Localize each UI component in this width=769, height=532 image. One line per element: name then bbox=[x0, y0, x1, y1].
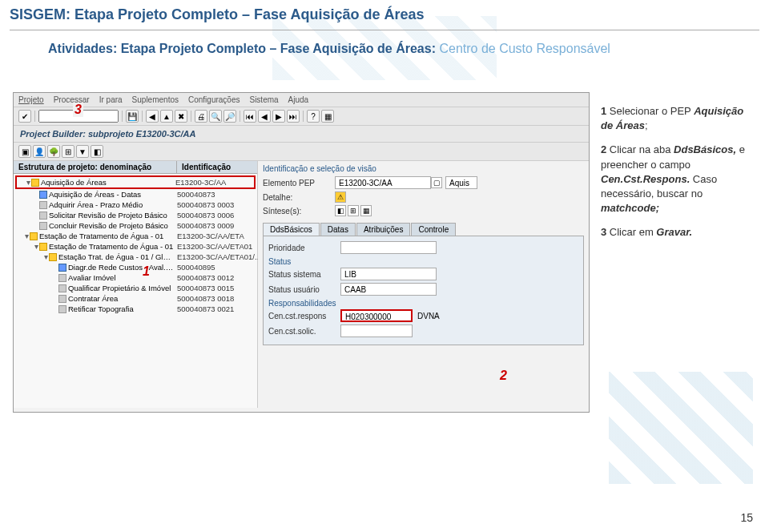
menu-item[interactable]: Ajuda bbox=[288, 95, 309, 104]
tree-node[interactable]: Qualificar Propietário & Imóvel500040873… bbox=[15, 283, 256, 293]
expand-icon[interactable]: ▣ bbox=[18, 145, 31, 158]
tree-node[interactable]: ▾Estação de Tratamento de Água - 01E1320… bbox=[15, 231, 256, 241]
tree-header-col2: Identificação bbox=[177, 161, 257, 173]
menu-item[interactable]: Processar bbox=[54, 95, 90, 104]
cen-solic-input[interactable] bbox=[340, 324, 413, 337]
next-icon[interactable]: ▶ bbox=[272, 110, 285, 123]
callout-3: 3 bbox=[73, 103, 83, 117]
elemento-pep-value: E13200-3C/AA bbox=[335, 176, 431, 189]
cen-respons-input[interactable]: H020300000 bbox=[340, 309, 413, 322]
tree-node[interactable]: Adquirir Área - Prazo Médio500040873 000… bbox=[15, 200, 256, 210]
tree-node[interactable]: Solicitar Revisão de Projeto Básico50004… bbox=[15, 210, 256, 220]
print-icon[interactable]: 🖨 bbox=[195, 110, 207, 123]
cen-respons-label: Cen.cst.respons bbox=[268, 312, 340, 320]
cen-solic-label: Cen.cst.solic. bbox=[268, 327, 340, 336]
detail-warn-icon[interactable]: ⚠ bbox=[335, 191, 346, 203]
user-icon[interactable]: 👤 bbox=[33, 145, 46, 158]
status-sistema-value: LIB bbox=[340, 268, 437, 280]
status-usuario-label: Status usuário bbox=[268, 285, 340, 294]
vision-label: Identificação e seleção de visão bbox=[263, 164, 584, 173]
section-title-bold: Atividades: Etapa Projeto Completo – Fas… bbox=[48, 42, 439, 55]
tree-node[interactable]: Aquisição de Áreas - Datas500040873 bbox=[15, 189, 256, 200]
instructions-panel: 1 Selecionar o PEP Aquisição de Áreas; 2… bbox=[601, 104, 753, 250]
menu-item[interactable]: Ir para bbox=[99, 95, 123, 104]
layout-icon[interactable]: ▦ bbox=[321, 110, 334, 123]
last-icon[interactable]: ⏭ bbox=[287, 110, 300, 123]
findnext-icon[interactable]: 🔎 bbox=[223, 110, 236, 123]
responsabilidades-section: Responsabilidades bbox=[268, 299, 578, 308]
tree-node[interactable]: Avaliar Imóvel500040873 0012 bbox=[15, 272, 256, 283]
tree-header-col1: Estrutura de projeto: denominação bbox=[14, 161, 177, 173]
nav-icon[interactable]: ◧ bbox=[91, 145, 103, 158]
first-icon[interactable]: ⏮ bbox=[244, 110, 256, 123]
status-section: Status bbox=[268, 257, 578, 266]
matchcode-icon[interactable]: ▢ bbox=[431, 177, 442, 188]
hier-icon[interactable]: ⊞ bbox=[62, 145, 74, 158]
toolbar-secondary: ▣ 👤 🌳 ⊞ ▼ ◧ bbox=[14, 143, 589, 161]
tree-node[interactable]: Retificar Topografia500040873 0021 bbox=[15, 304, 256, 314]
cen-respons-desc: DVNA bbox=[417, 312, 440, 320]
instruction-2: 2 Clicar na aba DdsBásicos, e preencher … bbox=[601, 143, 753, 216]
callout-2: 2 bbox=[500, 369, 507, 383]
page-number: 15 bbox=[740, 511, 753, 524]
tree-node[interactable]: Diagr.de Rede Custos - Aval. de Áreas500… bbox=[15, 262, 256, 272]
check-icon[interactable]: ✔ bbox=[18, 110, 31, 123]
find-icon[interactable]: 🔍 bbox=[209, 110, 222, 123]
tree-node[interactable]: Concluir Revisão de Projeto Básico500040… bbox=[15, 220, 256, 231]
tab-datas[interactable]: Datas bbox=[320, 223, 356, 236]
status-sistema-label: Status sistema bbox=[268, 270, 340, 279]
section-title: Atividades: Etapa Projeto Completo – Fas… bbox=[0, 37, 769, 61]
detalhe-label: Detalhe: bbox=[263, 193, 335, 202]
tree-node[interactable]: ▾Estação Trat. de Água - 01 / Gleba 001E… bbox=[15, 252, 256, 262]
help-icon[interactable]: ? bbox=[307, 110, 320, 123]
instruction-3: 3 Clicar em Gravar. bbox=[601, 225, 753, 240]
section-title-light: Centro de Custo Responsável bbox=[439, 42, 610, 55]
tabs: DdsBásicosDatasAtribuiçõesControle bbox=[263, 223, 584, 236]
menu-item[interactable]: Suplementos bbox=[132, 95, 179, 104]
sintese-icon-2[interactable]: ⊞ bbox=[348, 205, 359, 216]
title-underline bbox=[10, 30, 759, 30]
callout-1: 1 bbox=[143, 264, 150, 279]
prev-icon[interactable]: ◀ bbox=[258, 110, 271, 123]
tree-panel: Estrutura de projeto: denominação Identi… bbox=[14, 161, 258, 408]
sintese-icon-1[interactable]: ◧ bbox=[335, 205, 346, 216]
tab-ddsbásicos[interactable]: DdsBásicos bbox=[263, 223, 320, 236]
tab-atribuições[interactable]: Atribuições bbox=[356, 223, 410, 236]
status-usuario-value: CAAB bbox=[340, 283, 437, 296]
tree-node[interactable]: ▾Aquisição de ÁreasE13200-3C/AA bbox=[15, 175, 256, 189]
instruction-1: 1 Selecionar o PEP Aquisição de Áreas; bbox=[601, 104, 753, 133]
project-tree: ▾Aquisição de ÁreasE13200-3C/AAAquisição… bbox=[14, 174, 257, 316]
sap-window: ProjetoProcessarIr paraSuplementosConfig… bbox=[13, 92, 590, 413]
detail-panel: Identificação e seleção de visão Element… bbox=[258, 161, 589, 408]
sintese-label: Síntese(s): bbox=[263, 207, 335, 216]
tree-header: Estrutura de projeto: denominação Identi… bbox=[14, 161, 257, 174]
menubar: ProjetoProcessarIr paraSuplementosConfig… bbox=[14, 93, 589, 107]
menu-item[interactable]: Configurações bbox=[188, 95, 240, 104]
back-icon[interactable]: ◀ bbox=[146, 110, 159, 123]
menu-item[interactable]: Projeto bbox=[18, 95, 44, 104]
tree-node[interactable]: ▾Estação de Tratamento de Água - 01E1320… bbox=[15, 241, 256, 252]
sintese-icon-3[interactable]: ▦ bbox=[360, 205, 372, 216]
tab-content-ddsbasicos: Prioridade Status Status sistema LIB Sta… bbox=[263, 236, 584, 345]
cancel-icon[interactable]: ✖ bbox=[175, 110, 187, 123]
toolbar-main: ✔ 💾 ◀ ▲ ✖ 🖨 🔍 🔎 ⏮ ◀ ▶ ⏭ ? ▦ bbox=[14, 107, 589, 126]
elemento-pep-desc: Aquis bbox=[445, 176, 477, 189]
prioridade-input[interactable] bbox=[340, 241, 437, 254]
tree-icon[interactable]: 🌳 bbox=[47, 145, 60, 158]
elemento-pep-label: Elemento PEP bbox=[263, 179, 335, 187]
save-icon[interactable]: 💾 bbox=[126, 110, 139, 123]
tree-node[interactable]: Contratar Área500040873 0018 bbox=[15, 293, 256, 304]
prioridade-label: Prioridade bbox=[268, 244, 340, 252]
menu-item[interactable]: Sistema bbox=[249, 95, 278, 104]
tab-controle[interactable]: Controle bbox=[411, 223, 456, 236]
window-subtitle: Project Builder: subprojeto E13200-3C/AA bbox=[14, 126, 589, 143]
filter-icon[interactable]: ▼ bbox=[76, 145, 89, 158]
page-title: SISGEM: Etapa Projeto Completo – Fase Aq… bbox=[0, 0, 769, 30]
exit-icon[interactable]: ▲ bbox=[160, 110, 173, 123]
